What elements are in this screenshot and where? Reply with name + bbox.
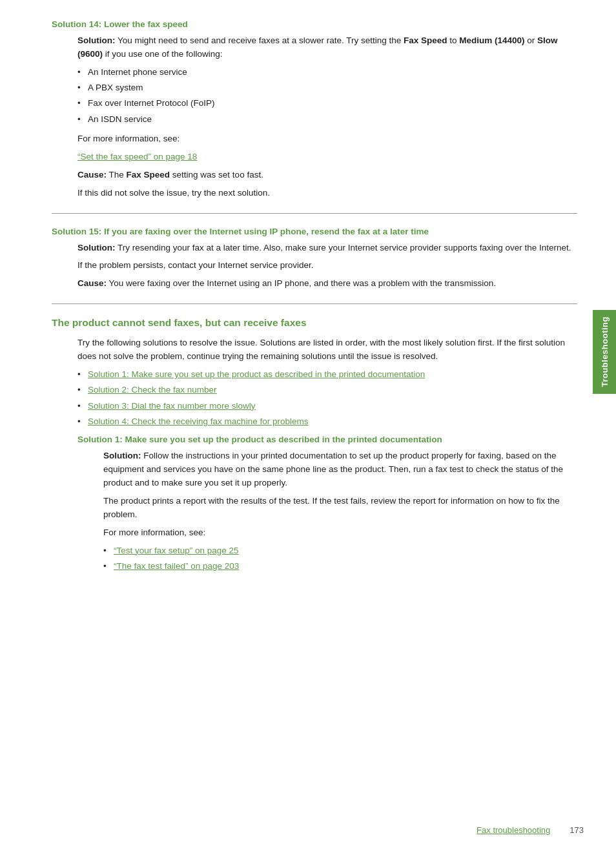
main-solution1-label: Solution:	[103, 451, 141, 460]
main-section: The product cannot send faxes, but can r…	[52, 317, 577, 573]
solution15-solution-para: Solution: Try resending your fax at a la…	[77, 242, 577, 255]
solution14-to: to	[447, 36, 460, 45]
main-solution1-para: Solution: Follow the instructions in you…	[103, 449, 577, 490]
list-item[interactable]: “The fax test failed” on page 203	[103, 560, 577, 573]
main-solution1-bullets: “Test your fax setup” on page 25 “The fa…	[103, 544, 577, 573]
main-intro: Try the following solutions to resolve t…	[77, 336, 577, 364]
list-item: An ISDN service	[77, 113, 577, 126]
footer: Fax troubleshooting 173	[477, 825, 584, 835]
page-container: Solution 14: Lower the fax speed Solutio…	[0, 0, 616, 853]
solution15-body: Solution: Try resending your fax at a la…	[77, 242, 577, 291]
solution15-block: Solution 15: If you are faxing over the …	[52, 227, 577, 291]
solution15-persists: If the problem persists, contact your In…	[77, 259, 577, 272]
footer-link[interactable]: Fax troubleshooting	[477, 825, 550, 835]
main-solution1-heading: Solution 1: Make sure you set up the pro…	[77, 435, 577, 444]
list-item[interactable]: Solution 4: Check the receiving fax mach…	[77, 415, 577, 428]
main-solution1-for-more: For more information, see:	[103, 526, 577, 540]
list-item[interactable]: Solution 3: Dial the fax number more slo…	[77, 400, 577, 413]
solution14-end: if you use one of the following:	[103, 49, 222, 59]
sidebar-tab: Troubleshooting	[593, 310, 616, 394]
main-section-heading: The product cannot send faxes, but can r…	[52, 317, 577, 329]
solution14-solution-para: Solution: You might need to send and rec…	[77, 34, 577, 61]
main-section-body: Try the following solutions to resolve t…	[77, 336, 577, 573]
solution15-solution-text: Try resending your fax at a later time. …	[115, 243, 571, 252]
list-item[interactable]: “Test your fax setup” on page 25	[103, 544, 577, 557]
solution14-or: or	[525, 36, 538, 45]
solution14-cause: Cause: The Fax Speed setting was set too…	[77, 169, 577, 182]
solution14-solution-text: You might need to send and receive faxes…	[115, 36, 404, 45]
footer-page: 173	[570, 825, 584, 835]
solution14-cause-bold: Fax Speed	[127, 170, 170, 180]
main-solution1-block: Solution 1: Make sure you set up the pro…	[77, 435, 577, 573]
solution15-cause-text: You were faxing over the Internet using …	[107, 278, 496, 288]
solution14-bullets: An Internet phone service A PBX system F…	[77, 66, 577, 126]
solution14-link[interactable]: “Set the fax speed” on page 18	[77, 150, 577, 164]
solution14-cause-label: Cause:	[77, 170, 107, 180]
solution14-fax-speed-bold1: Fax Speed	[404, 36, 447, 45]
solution14-for-more: For more information, see:	[77, 132, 577, 146]
divider2	[52, 303, 577, 304]
solution14-block: Solution 14: Lower the fax speed Solutio…	[52, 19, 577, 200]
list-item[interactable]: Solution 1: Make sure you set up the pro…	[77, 368, 577, 381]
list-item: An Internet phone service	[77, 66, 577, 79]
sidebar-label: Troubleshooting	[600, 316, 610, 387]
solution15-cause: Cause: You were faxing over the Internet…	[77, 277, 577, 291]
solution15-solution-label: Solution:	[77, 243, 115, 252]
solution14-heading: Solution 14: Lower the fax speed	[52, 19, 577, 29]
solution15-cause-label: Cause:	[77, 278, 107, 288]
main-solution1-body: Solution: Follow the instructions in you…	[103, 449, 577, 573]
main-solution1-text: Follow the instructions in your printed …	[103, 451, 563, 488]
solution15-heading: Solution 15: If you are faxing over the …	[52, 227, 577, 236]
solution14-solution-label: Solution:	[77, 36, 115, 45]
list-item[interactable]: Solution 2: Check the fax number	[77, 384, 577, 396]
solution14-body: Solution: You might need to send and rec…	[77, 34, 577, 200]
main-bullets: Solution 1: Make sure you set up the pro…	[77, 368, 577, 428]
solution14-note: If this did not solve the issue, try the…	[77, 187, 577, 200]
list-item: A PBX system	[77, 81, 577, 94]
divider1	[52, 213, 577, 214]
main-solution1-para2: The product prints a report with the res…	[103, 495, 577, 522]
solution14-medium: Medium (14400)	[459, 36, 524, 45]
list-item: Fax over Internet Protocol (FoIP)	[77, 97, 577, 110]
